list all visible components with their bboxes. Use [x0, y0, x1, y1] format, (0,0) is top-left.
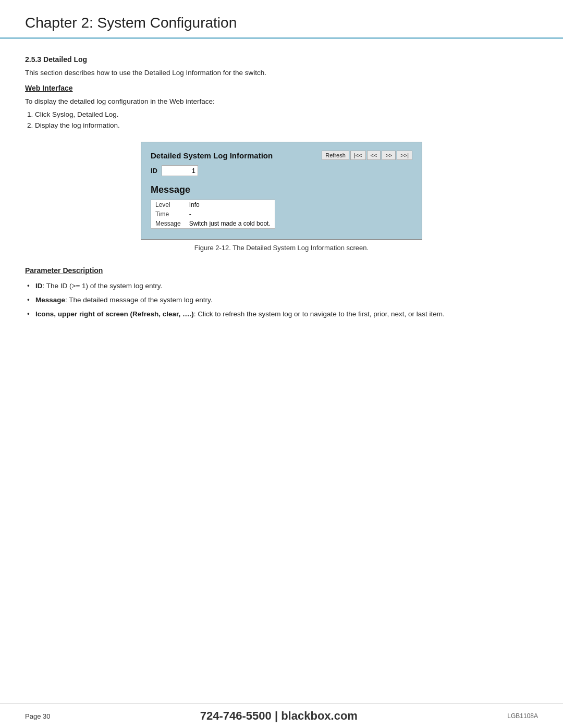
section-number-title: 2.5.3 Detailed Log [25, 55, 538, 64]
message-heading: Message [151, 184, 412, 195]
nav-buttons: Refresh |<< << >> >>| [322, 151, 412, 160]
param-id-name: ID [35, 282, 43, 290]
first-button[interactable]: |<< [350, 151, 366, 160]
main-content: 2.5.3 Detailed Log This section describe… [0, 55, 563, 318]
level-label: Level [151, 200, 185, 210]
page-number: Page 30 [25, 712, 50, 720]
web-interface-label: Web Interface [25, 84, 538, 92]
prev-button[interactable]: << [367, 151, 381, 160]
last-button[interactable]: >>| [397, 151, 412, 160]
screenshot-box: Detailed System Log Information Refresh … [141, 142, 422, 240]
param-message-desc: : The detailed message of the system log… [65, 296, 212, 304]
time-value: - [185, 209, 275, 219]
screenshot-title: Detailed System Log Information [151, 151, 273, 160]
param-icons-name: Icons, upper right of screen (Refresh, c… [35, 310, 194, 318]
param-id-desc: : The ID (>= 1) of the system log entry. [43, 282, 163, 290]
next-button[interactable]: >> [382, 151, 396, 160]
steps-list: 1. Click Syslog, Detailed Log. 2. Displa… [25, 110, 538, 129]
step-2: 2. Display the log information. [27, 121, 538, 129]
param-list: ID: The ID (>= 1) of the system log entr… [25, 282, 538, 318]
message-value: Switch just made a cold boot. [185, 219, 275, 229]
page-header: Chapter 2: System Configuration [0, 0, 563, 39]
step-1: 1. Click Syslog, Detailed Log. [27, 110, 538, 118]
page-footer: Page 30 724-746-5500 | blackbox.com LGB1… [0, 704, 563, 728]
param-title: Parameter Description [25, 266, 538, 275]
id-input[interactable] [162, 165, 198, 176]
figure-caption: Figure 2-12. The Detailed System Log Inf… [194, 244, 369, 252]
param-id: ID: The ID (>= 1) of the system log entr… [25, 282, 538, 290]
message-label: Message [151, 219, 185, 229]
time-label: Time [151, 209, 185, 219]
param-message: Message: The detailed message of the sys… [25, 296, 538, 304]
level-value: Info [185, 200, 275, 210]
footer-code: LGB1108A [507, 712, 538, 720]
param-icons: Icons, upper right of screen (Refresh, c… [25, 310, 538, 318]
id-row: ID [151, 165, 412, 176]
table-row: Level Info [151, 200, 275, 210]
footer-phone: 724-746-5500 | blackbox.com [50, 709, 507, 723]
id-label: ID [151, 167, 157, 175]
screenshot-header: Detailed System Log Information Refresh … [151, 151, 412, 160]
section-description: This section describes how to use the De… [25, 69, 538, 77]
refresh-button[interactable]: Refresh [322, 151, 349, 160]
param-message-name: Message [35, 296, 65, 304]
param-icons-desc: : Click to refresh the system log or to … [194, 310, 445, 318]
table-row: Time - [151, 209, 275, 219]
table-row: Message Switch just made a cold boot. [151, 219, 275, 229]
message-table: Level Info Time - Message Switch just ma… [151, 200, 275, 229]
screenshot-container: Detailed System Log Information Refresh … [25, 142, 538, 252]
chapter-title: Chapter 2: System Configuration [25, 15, 538, 31]
steps-intro: To display the detailed log configuratio… [25, 97, 538, 105]
